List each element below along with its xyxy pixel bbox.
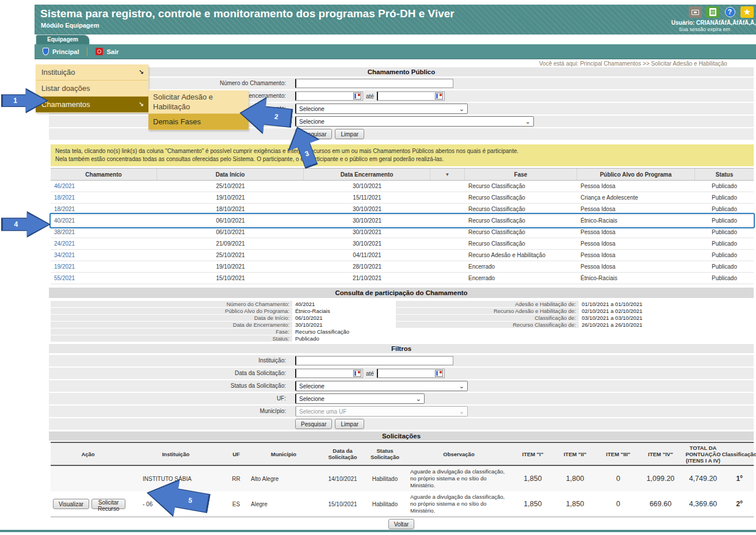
detail-row: Recurso Adesão e Habilitação de:02/10/20… (51, 308, 754, 314)
chamamento-link[interactable]: 46/2021 (54, 183, 75, 189)
solicitacoes-table: Ação Instituição UF Município Data da So… (51, 442, 754, 517)
uf-select[interactable]: Selecione⌄ (295, 393, 425, 404)
visualizar-button[interactable]: Visualizar (53, 499, 89, 509)
chamamento-link[interactable]: 18/2021 (54, 194, 75, 201)
ate-label: até (366, 370, 374, 377)
table-row: 18/2021 19/10/2021 15/11/2021 Recurso Cl… (51, 192, 754, 204)
chamamento-link[interactable]: 19/2021 (54, 263, 75, 270)
detail-row: Recurso Classificação de:26/10/2021 a 26… (51, 322, 754, 328)
footer-accent-line (0, 530, 756, 532)
annotation-arrow-4: 4 (1, 209, 51, 239)
sort-indicator-icon[interactable]: ▼ (430, 169, 465, 180)
data-encerramento-ate-input[interactable] (377, 91, 445, 101)
info-banner-line2: Nela também estão concentradas todas as … (55, 155, 749, 163)
fase-chamamento-select[interactable]: Selecione⌄ (295, 116, 534, 127)
limpar-button[interactable]: Limpar (335, 129, 364, 139)
data-solicitacao-de-input[interactable] (295, 369, 363, 378)
app-header: Sistema para registro, controle e monito… (35, 5, 756, 35)
instituicao-input[interactable] (295, 356, 453, 365)
col-data-encerramento[interactable]: Data Encerramento (304, 169, 430, 180)
principal-label: Principal (52, 48, 79, 55)
table-row: 24/2021 21/09/2021 30/10/2021 Recurso Cl… (51, 238, 754, 250)
chamamento-link[interactable]: 24/2021 (54, 240, 75, 247)
filter-row-data-solicitacao: Data da Solicitação: até (49, 368, 754, 379)
data-solicitacao-ate-input[interactable] (377, 369, 445, 378)
app-title: Sistema para registro, controle e monito… (40, 7, 455, 20)
table-bottom-rule (51, 517, 754, 517)
calendar-icon[interactable] (435, 370, 443, 377)
municipio-select[interactable]: Selecione uma UF⌄ (295, 406, 468, 416)
info-banner-line1: Nesta tela, clicando no(s) link(s) da co… (55, 147, 749, 155)
filtros-title: Filtros (49, 344, 754, 353)
tab-equipagem[interactable]: Equipagem (36, 35, 90, 44)
chamamento-link[interactable]: 34/2021 (54, 252, 75, 258)
submenu-item-demais-fases[interactable]: Demais Fases (148, 114, 249, 130)
solicitar-recurso-button[interactable]: Solicitar Recurso (91, 499, 125, 509)
chamamento-link[interactable]: 18/2021 (54, 206, 75, 212)
numero-chamamento-input[interactable] (295, 79, 453, 88)
manual-icon[interactable] (706, 6, 719, 18)
filter-row-status: Status da Solicitação: Selecione⌄ (49, 380, 754, 392)
menubar-sair[interactable]: Sair (87, 44, 127, 59)
chevron-down-icon: ⌄ (459, 408, 464, 414)
chamamentos-table: Chamamento Data Início Data Encerramento… (51, 168, 754, 284)
favorites-star-icon[interactable]: ★ (740, 6, 754, 18)
form-row-buttons: Pesquisar Limpar (49, 128, 754, 140)
col-fase[interactable]: Fase (465, 169, 577, 180)
calendar-icon[interactable] (435, 93, 443, 100)
chevron-down-icon: ⌄ (416, 396, 421, 402)
table-row: 18/2021 18/10/2021 30/10/2021 Recurso Cl… (51, 204, 754, 215)
app-subtitle: Módúlo Equipagem (41, 22, 99, 29)
form-row-numero: Número do Chamamento: (49, 78, 754, 89)
chevron-down-icon: ⌄ (525, 119, 530, 124)
uf-label: UF: (49, 393, 291, 404)
menubar-principal[interactable]: Principal (35, 44, 87, 59)
voltar-button[interactable]: Voltar (388, 519, 415, 529)
table-row: INSTITUTO SÁBIA RR Alto Alegre 14/10/202… (51, 466, 754, 491)
table-row: Visualizar Solicitar Recurso - 06 ES Ale… (51, 491, 754, 517)
detail-row: Fase:Recurso Classificação (51, 328, 754, 335)
status-chamamento-select[interactable]: Selecione⌄ (295, 104, 468, 114)
table-row: 46/2021 25/10/2021 30/10/2021 Recurso Cl… (51, 181, 754, 192)
chevron-down-icon: ⌄ (459, 106, 464, 112)
submenu-arrow-icon: ↘ (139, 68, 144, 76)
menubar: Principal Sair (35, 44, 756, 59)
data-solicitacao-label: Data da Solicitação: (49, 368, 291, 379)
instituicao-label: Instituição: (49, 355, 291, 366)
filter-row-uf: UF: Selecione⌄ (49, 393, 754, 404)
filtros-limpar-button[interactable]: Limpar (335, 419, 364, 429)
main-dropdown-menu: Instituição ↘ Listar doações Chamamentos… (36, 64, 148, 113)
solicitacoes-title: Solicitações (49, 431, 754, 441)
municipio-label: Município: (49, 406, 291, 417)
modules-icon[interactable] (689, 6, 702, 18)
submenu-arrow-icon: ↘ (139, 101, 144, 108)
col-chamamento[interactable]: Chamamento (51, 169, 157, 180)
col-publico-alvo[interactable]: Público Alvo do Programa (577, 169, 695, 180)
filtros-pesquisar-button[interactable]: Pesquisar (295, 419, 332, 429)
col-status[interactable]: Status (695, 169, 754, 180)
filter-row-buttons: Pesquisar Limpar (49, 418, 754, 430)
status-solicitacao-select[interactable]: Selecione⌄ (295, 381, 468, 391)
menu-item-listar-doacoes[interactable]: Listar doações (36, 81, 148, 97)
status-solicitacao-label: Status da Solicitação: (49, 380, 291, 392)
table-row: 34/2021 25/10/2021 04/11/2021 Recurso Ad… (51, 250, 754, 261)
pesquisar-button[interactable]: Pesquisar (295, 129, 332, 139)
menu-item-instituicao[interactable]: Instituição ↘ (36, 64, 148, 81)
chamamentos-submenu: Solicitar Adesão e Habilitação Demais Fa… (148, 90, 249, 130)
user-label: Usuário: CRIANÃfÃfÃ,ÃfÃfÃ,Ã, (636, 20, 756, 26)
ate-label: até (366, 93, 374, 100)
logout-icon (96, 48, 103, 55)
detail-row: Adesão e Habilitação de:01/10/2021 a 01/… (51, 301, 754, 307)
col-data-inicio[interactable]: Data Início (157, 169, 304, 180)
chamamento-link[interactable]: 38/2021 (54, 229, 75, 235)
chamamento-link[interactable]: 40/2021 (54, 217, 75, 224)
menu-item-chamamentos[interactable]: Chamamentos ↘ (36, 97, 148, 113)
calendar-icon[interactable] (353, 370, 361, 377)
chamamento-link[interactable]: 55/2021 (54, 275, 75, 281)
detail-row: Classificação de:03/10/2021 a 03/10/2021 (51, 315, 754, 321)
data-encerramento-de-input[interactable] (295, 91, 363, 101)
table-row: 55/2021 15/10/2021 21/10/2021 Encerrado … (51, 273, 754, 284)
calendar-icon[interactable] (353, 93, 361, 100)
help-icon[interactable]: ? (723, 6, 736, 18)
submenu-item-solicitar-adesao[interactable]: Solicitar Adesão e Habilitação (148, 90, 249, 114)
